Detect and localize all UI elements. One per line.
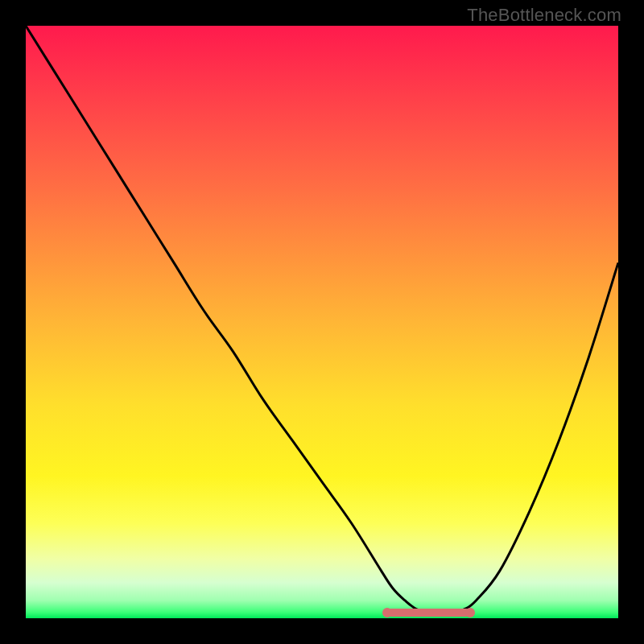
chart-frame: TheBottleneck.com — [0, 0, 644, 644]
valley-endpoint-left — [382, 608, 392, 617]
valley-endpoint-right — [465, 608, 475, 617]
bottleneck-curve — [26, 26, 618, 618]
attribution-label: TheBottleneck.com — [467, 5, 621, 26]
chart-plot-area — [26, 26, 618, 618]
valley-highlight — [387, 609, 470, 617]
